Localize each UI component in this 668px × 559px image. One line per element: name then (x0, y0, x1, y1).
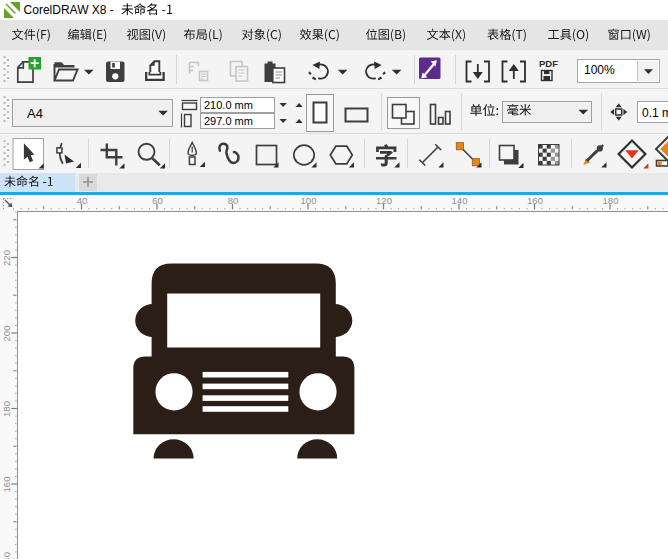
svg-text:80: 80 (228, 195, 239, 206)
svg-text:60: 60 (152, 195, 163, 206)
svg-text:A4: A4 (27, 106, 43, 121)
svg-text:140: 140 (1, 552, 12, 559)
svg-text:210.0 mm: 210.0 mm (204, 99, 253, 111)
svg-text:40: 40 (77, 195, 88, 206)
svg-text:PDF: PDF (539, 58, 558, 69)
svg-text:140: 140 (452, 195, 468, 206)
svg-text:180: 180 (1, 401, 12, 417)
svg-text:200: 200 (1, 325, 12, 341)
svg-text:100: 100 (301, 195, 317, 206)
svg-text:297.0 mm: 297.0 mm (204, 115, 253, 127)
svg-text:0.1 m: 0.1 m (642, 106, 668, 120)
svg-text:120: 120 (376, 195, 392, 206)
svg-text:160: 160 (527, 195, 543, 206)
svg-text:160: 160 (1, 476, 12, 492)
svg-text:180: 180 (603, 195, 619, 206)
svg-text:220: 220 (1, 250, 12, 266)
